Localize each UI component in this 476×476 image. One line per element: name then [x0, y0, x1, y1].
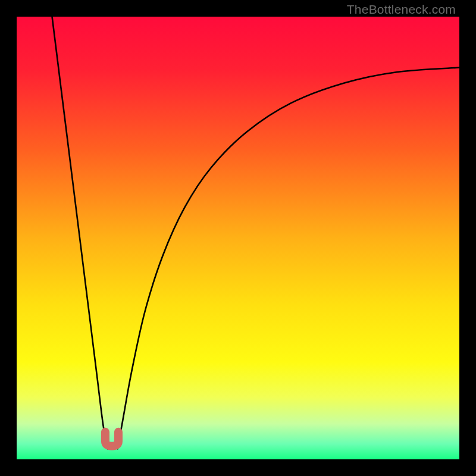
plot-frame — [17, 17, 459, 459]
chart-background — [17, 17, 459, 459]
chart-svg — [17, 17, 459, 459]
attribution-label: TheBottleneck.com — [347, 2, 456, 17]
